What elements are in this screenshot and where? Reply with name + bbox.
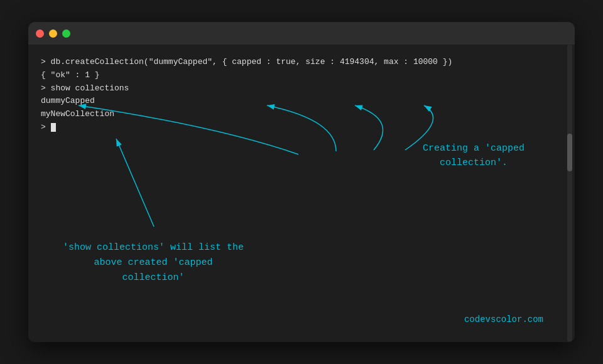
terminal-window: > db.createCollection("dummyCapped", { c… xyxy=(28,22,575,342)
watermark: codevscolor.com xyxy=(464,314,543,324)
terminal-body: > db.createCollection("dummyCapped", { c… xyxy=(28,45,575,342)
annotation-show: 'show collections' will list the above c… xyxy=(63,240,244,286)
title-bar xyxy=(28,22,575,45)
annotation-creating: Creating a 'cappedcollection'. xyxy=(423,142,524,170)
close-button[interactable] xyxy=(36,29,44,38)
terminal-output[interactable]: > db.createCollection("dummyCapped", { c… xyxy=(41,56,562,134)
maximize-button[interactable] xyxy=(62,29,70,38)
scrollbar[interactable] xyxy=(567,45,572,342)
minimize-button[interactable] xyxy=(49,29,57,38)
scrollbar-thumb[interactable] xyxy=(567,134,572,171)
